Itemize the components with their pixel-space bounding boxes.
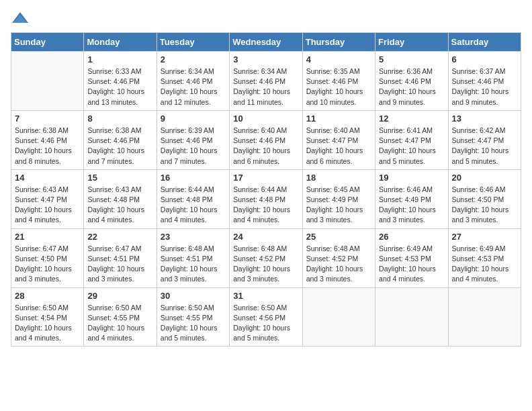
table-row: 28Sunrise: 6:50 AM Sunset: 4:54 PM Dayli… [11, 287, 84, 347]
page-header [11, 11, 521, 26]
column-header-sunday: Sunday [11, 33, 84, 52]
day-info: Sunrise: 6:34 AM Sunset: 4:46 PM Dayligh… [161, 66, 226, 107]
day-number: 12 [379, 113, 444, 124]
day-info: Sunrise: 6:34 AM Sunset: 4:46 PM Dayligh… [233, 66, 298, 107]
table-row [375, 287, 448, 347]
day-info: Sunrise: 6:48 AM Sunset: 4:52 PM Dayligh… [306, 244, 371, 285]
day-info: Sunrise: 6:33 AM Sunset: 4:46 PM Dayligh… [87, 66, 152, 107]
day-number: 18 [306, 173, 371, 183]
column-header-friday: Friday [375, 33, 448, 52]
table-row: 19Sunrise: 6:46 AM Sunset: 4:49 PM Dayli… [375, 169, 448, 228]
day-info: Sunrise: 6:47 AM Sunset: 4:51 PM Dayligh… [87, 244, 152, 285]
day-number: 23 [161, 232, 226, 242]
day-info: Sunrise: 6:47 AM Sunset: 4:50 PM Dayligh… [15, 244, 80, 285]
day-info: Sunrise: 6:41 AM Sunset: 4:47 PM Dayligh… [379, 126, 444, 167]
day-info: Sunrise: 6:43 AM Sunset: 4:48 PM Dayligh… [87, 185, 152, 226]
day-info: Sunrise: 6:50 AM Sunset: 4:54 PM Dayligh… [15, 303, 80, 344]
day-number: 1 [87, 54, 152, 64]
day-number: 13 [452, 113, 517, 124]
calendar-table: SundayMondayTuesdayWednesdayThursdayFrid… [11, 32, 521, 347]
day-info: Sunrise: 6:42 AM Sunset: 4:47 PM Dayligh… [452, 126, 517, 167]
day-info: Sunrise: 6:50 AM Sunset: 4:56 PM Dayligh… [233, 303, 298, 344]
table-row [302, 287, 375, 347]
day-number: 3 [233, 54, 298, 64]
day-info: Sunrise: 6:48 AM Sunset: 4:51 PM Dayligh… [161, 244, 226, 285]
day-number: 2 [161, 54, 226, 64]
table-row: 30Sunrise: 6:50 AM Sunset: 4:55 PM Dayli… [157, 287, 229, 347]
day-info: Sunrise: 6:37 AM Sunset: 4:46 PM Dayligh… [452, 66, 517, 107]
day-number: 22 [87, 232, 152, 242]
table-row: 6Sunrise: 6:37 AM Sunset: 4:46 PM Daylig… [448, 52, 521, 111]
column-header-tuesday: Tuesday [157, 33, 229, 52]
table-row: 17Sunrise: 6:44 AM Sunset: 4:48 PM Dayli… [230, 169, 302, 228]
logo [11, 11, 32, 26]
table-row: 13Sunrise: 6:42 AM Sunset: 4:47 PM Dayli… [448, 110, 521, 169]
table-row: 4Sunrise: 6:35 AM Sunset: 4:46 PM Daylig… [302, 52, 375, 111]
table-row: 10Sunrise: 6:40 AM Sunset: 4:46 PM Dayli… [230, 110, 302, 169]
day-number: 31 [233, 291, 298, 301]
day-number: 6 [452, 54, 517, 64]
day-number: 19 [379, 173, 444, 183]
table-row: 3Sunrise: 6:34 AM Sunset: 4:46 PM Daylig… [230, 52, 302, 111]
day-info: Sunrise: 6:46 AM Sunset: 4:50 PM Dayligh… [452, 185, 517, 226]
day-info: Sunrise: 6:40 AM Sunset: 4:46 PM Dayligh… [233, 126, 298, 167]
table-row: 15Sunrise: 6:43 AM Sunset: 4:48 PM Dayli… [84, 169, 157, 228]
table-row: 14Sunrise: 6:43 AM Sunset: 4:47 PM Dayli… [11, 169, 84, 228]
day-number: 16 [161, 173, 226, 183]
table-row: 24Sunrise: 6:48 AM Sunset: 4:52 PM Dayli… [230, 228, 302, 287]
day-info: Sunrise: 6:46 AM Sunset: 4:49 PM Dayligh… [379, 185, 444, 226]
day-number: 28 [15, 291, 80, 301]
table-row: 25Sunrise: 6:48 AM Sunset: 4:52 PM Dayli… [302, 228, 375, 287]
table-row: 5Sunrise: 6:36 AM Sunset: 4:46 PM Daylig… [375, 52, 448, 111]
table-row: 21Sunrise: 6:47 AM Sunset: 4:50 PM Dayli… [11, 228, 84, 287]
table-row: 29Sunrise: 6:50 AM Sunset: 4:55 PM Dayli… [84, 287, 157, 347]
table-row: 1Sunrise: 6:33 AM Sunset: 4:46 PM Daylig… [84, 52, 157, 111]
table-row: 2Sunrise: 6:34 AM Sunset: 4:46 PM Daylig… [157, 52, 229, 111]
day-info: Sunrise: 6:50 AM Sunset: 4:55 PM Dayligh… [87, 303, 152, 344]
table-row [448, 287, 521, 347]
column-header-monday: Monday [84, 33, 157, 52]
day-info: Sunrise: 6:38 AM Sunset: 4:46 PM Dayligh… [15, 126, 80, 167]
day-info: Sunrise: 6:36 AM Sunset: 4:46 PM Dayligh… [379, 66, 444, 107]
day-number: 7 [15, 113, 80, 124]
table-row: 9Sunrise: 6:39 AM Sunset: 4:46 PM Daylig… [157, 110, 229, 169]
column-header-wednesday: Wednesday [230, 33, 302, 52]
table-row: 22Sunrise: 6:47 AM Sunset: 4:51 PM Dayli… [84, 228, 157, 287]
day-info: Sunrise: 6:48 AM Sunset: 4:52 PM Dayligh… [233, 244, 298, 285]
day-number: 30 [161, 291, 226, 301]
table-row: 8Sunrise: 6:38 AM Sunset: 4:46 PM Daylig… [84, 110, 157, 169]
day-number: 27 [452, 232, 517, 242]
day-number: 4 [306, 54, 371, 64]
day-info: Sunrise: 6:49 AM Sunset: 4:53 PM Dayligh… [452, 244, 517, 285]
day-number: 25 [306, 232, 371, 242]
table-row: 16Sunrise: 6:44 AM Sunset: 4:48 PM Dayli… [157, 169, 229, 228]
day-number: 10 [233, 113, 298, 124]
day-info: Sunrise: 6:43 AM Sunset: 4:47 PM Dayligh… [15, 185, 80, 226]
day-info: Sunrise: 6:38 AM Sunset: 4:46 PM Dayligh… [87, 126, 152, 167]
table-row: 27Sunrise: 6:49 AM Sunset: 4:53 PM Dayli… [448, 228, 521, 287]
day-number: 29 [87, 291, 152, 301]
table-row: 12Sunrise: 6:41 AM Sunset: 4:47 PM Dayli… [375, 110, 448, 169]
day-info: Sunrise: 6:49 AM Sunset: 4:53 PM Dayligh… [379, 244, 444, 285]
day-info: Sunrise: 6:44 AM Sunset: 4:48 PM Dayligh… [233, 185, 298, 226]
day-info: Sunrise: 6:35 AM Sunset: 4:46 PM Dayligh… [306, 66, 371, 107]
column-header-saturday: Saturday [448, 33, 521, 52]
table-row: 7Sunrise: 6:38 AM Sunset: 4:46 PM Daylig… [11, 110, 84, 169]
table-row: 20Sunrise: 6:46 AM Sunset: 4:50 PM Dayli… [448, 169, 521, 228]
column-header-thursday: Thursday [302, 33, 375, 52]
day-number: 15 [87, 173, 152, 183]
day-info: Sunrise: 6:39 AM Sunset: 4:46 PM Dayligh… [161, 126, 226, 167]
day-number: 21 [15, 232, 80, 242]
table-row: 18Sunrise: 6:45 AM Sunset: 4:49 PM Dayli… [302, 169, 375, 228]
table-row [11, 52, 84, 111]
table-row: 23Sunrise: 6:48 AM Sunset: 4:51 PM Dayli… [157, 228, 229, 287]
day-info: Sunrise: 6:45 AM Sunset: 4:49 PM Dayligh… [306, 185, 371, 226]
day-number: 14 [15, 173, 80, 183]
table-row: 11Sunrise: 6:40 AM Sunset: 4:47 PM Dayli… [302, 110, 375, 169]
day-info: Sunrise: 6:44 AM Sunset: 4:48 PM Dayligh… [161, 185, 226, 226]
day-number: 11 [306, 113, 371, 124]
day-number: 5 [379, 54, 444, 64]
table-row: 31Sunrise: 6:50 AM Sunset: 4:56 PM Dayli… [230, 287, 302, 347]
day-number: 20 [452, 173, 517, 183]
day-number: 24 [233, 232, 298, 242]
